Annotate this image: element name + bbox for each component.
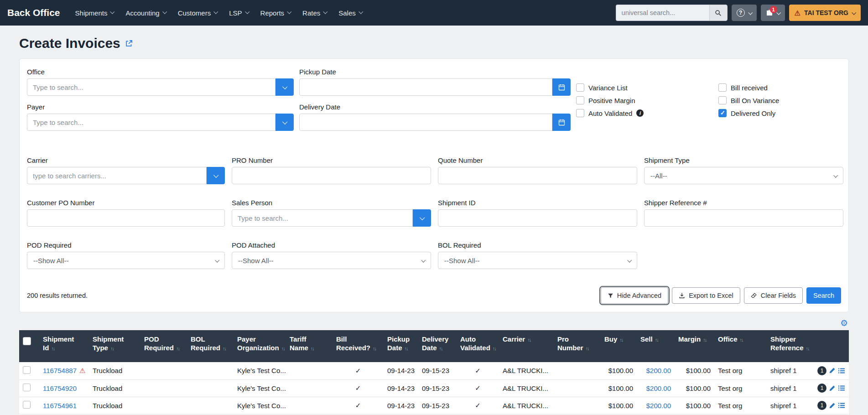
sales-person-input[interactable] <box>232 209 413 227</box>
shipper-reference-input[interactable] <box>644 209 843 227</box>
column-header-auto[interactable]: Auto Validated↑↓ <box>457 330 499 362</box>
nav-item-rates[interactable]: Rates <box>296 0 333 26</box>
column-header-bol[interactable]: BOL Required↑↓ <box>187 330 234 362</box>
payer-dropdown-button[interactable] <box>275 114 294 131</box>
select-all-checkbox[interactable] <box>23 337 31 345</box>
pickup-date-calendar-button[interactable] <box>552 78 571 96</box>
sort-icon[interactable]: ↑↓ <box>655 337 658 342</box>
edit-icon[interactable] <box>829 385 836 392</box>
column-header-carrier[interactable]: Carrier↑↓ <box>499 330 554 362</box>
shipment-count-badge[interactable]: 1 <box>817 401 826 410</box>
clear-fields-button[interactable]: Clear Fields <box>744 287 803 304</box>
edit-icon[interactable] <box>829 367 836 374</box>
nav-item-reports[interactable]: Reports <box>255 0 297 26</box>
row-checkbox[interactable] <box>23 384 31 391</box>
search-submit-button[interactable]: Search <box>806 287 841 304</box>
pickup-date-input[interactable] <box>299 78 552 96</box>
hide-advanced-button[interactable]: Hide Advanced <box>601 287 669 304</box>
checkbox-positive-margin[interactable]: Positive Margin <box>576 96 713 104</box>
sell-amount-link[interactable]: $200.00 <box>646 367 671 374</box>
column-header-id[interactable]: Shipment Id↑↓ <box>39 330 89 362</box>
sort-icon[interactable]: ↑↓ <box>806 346 809 351</box>
column-header-del[interactable]: Delivery Date↑↓ <box>418 330 457 362</box>
sort-icon[interactable]: ↑↓ <box>740 337 743 342</box>
nav-item-shipments[interactable]: Shipments <box>69 0 120 26</box>
details-icon[interactable] <box>838 367 845 374</box>
help-menu-button[interactable]: ? <box>732 5 757 21</box>
payer-input[interactable] <box>27 114 275 131</box>
column-header-ref[interactable]: Shipper Reference↑↓ <box>767 330 814 362</box>
shipment-id-link[interactable]: 116754887 <box>43 367 77 374</box>
edit-icon[interactable] <box>829 402 836 409</box>
pro-number-input[interactable] <box>232 167 431 184</box>
quote-number-input[interactable] <box>438 167 637 184</box>
sort-icon[interactable]: ↑↓ <box>703 337 706 342</box>
bol-required-select[interactable]: --Show All-- <box>438 252 637 269</box>
office-input[interactable] <box>27 78 275 96</box>
column-header-payer[interactable]: Payer Organization↑↓ <box>234 330 286 362</box>
column-header-tariff[interactable]: Tariff Name↑↓ <box>286 330 333 362</box>
customer-po-input[interactable] <box>27 209 225 227</box>
shipment-id-link[interactable]: 116754920 <box>43 384 77 392</box>
work-queue-button[interactable]: 1 <box>761 5 785 21</box>
nav-item-accounting[interactable]: Accounting <box>120 0 172 26</box>
office-dropdown-button[interactable] <box>275 78 294 96</box>
pod-attached-select[interactable]: --Show All-- <box>232 252 431 269</box>
sell-amount-link[interactable]: $200.00 <box>646 402 671 410</box>
delivery-date-calendar-button[interactable] <box>552 114 571 131</box>
table-settings-gear-icon[interactable]: ⚙ <box>840 319 848 327</box>
shipment-id-link[interactable]: 116754961 <box>43 402 77 410</box>
details-icon[interactable] <box>838 402 845 409</box>
sell-amount-link[interactable]: $200.00 <box>646 384 671 392</box>
universal-search-input[interactable] <box>616 5 709 21</box>
checkbox-delivered-only[interactable]: Delivered Only <box>718 109 841 117</box>
checkbox-auto-validated[interactable]: Auto Validated i <box>576 109 713 117</box>
column-header-type[interactable]: Shipment Type↑↓ <box>89 330 140 362</box>
column-header-sell[interactable]: Sell↑↓ <box>637 330 675 362</box>
sort-icon[interactable]: ↑↓ <box>586 346 589 351</box>
external-link-icon[interactable] <box>125 40 133 47</box>
nav-item-sales[interactable]: Sales <box>333 0 368 26</box>
app-brand[interactable]: Back Office <box>7 7 60 18</box>
carrier-input[interactable] <box>27 167 207 184</box>
info-icon[interactable]: i <box>636 109 644 117</box>
sort-icon[interactable]: ↑↓ <box>311 346 314 351</box>
universal-search-button[interactable] <box>709 5 728 21</box>
pod-required-select[interactable]: --Show All-- <box>27 252 225 269</box>
row-checkbox[interactable] <box>23 401 31 409</box>
carrier-dropdown-button[interactable] <box>207 167 225 184</box>
sort-icon[interactable]: ↑↓ <box>405 346 408 351</box>
checkbox-bill-on-variance[interactable]: Bill On Variance <box>718 96 841 104</box>
sort-icon[interactable]: ↑↓ <box>51 346 54 351</box>
sort-icon[interactable]: ↑↓ <box>527 337 530 342</box>
sort-icon[interactable]: ↑↓ <box>373 346 376 351</box>
export-excel-button[interactable]: Export to Excel <box>672 287 740 304</box>
column-header-pro[interactable]: Pro Number↑↓ <box>554 330 601 362</box>
row-checkbox[interactable] <box>23 366 31 374</box>
shipment-id-input[interactable] <box>438 209 637 227</box>
shipment-type-select[interactable]: --All-- <box>644 167 843 184</box>
column-header-buy[interactable]: Buy↑↓ <box>601 330 637 362</box>
column-header-bill[interactable]: Bill Received?↑↓ <box>333 330 384 362</box>
sales-person-dropdown-button[interactable] <box>413 209 431 227</box>
nav-item-lsp[interactable]: LSP <box>223 0 254 26</box>
sort-icon[interactable]: ↑↓ <box>223 346 226 351</box>
sort-icon[interactable]: ↑↓ <box>439 346 442 351</box>
column-header-pick[interactable]: Pickup Date↑↓ <box>384 330 418 362</box>
column-header-office[interactable]: Office↑↓ <box>714 330 767 362</box>
nav-item-customers[interactable]: Customers <box>172 0 223 26</box>
sort-icon[interactable]: ↑↓ <box>619 337 623 342</box>
sort-icon[interactable]: ↑↓ <box>176 346 179 351</box>
sort-icon[interactable]: ↑↓ <box>110 346 114 351</box>
shipment-count-badge[interactable]: 1 <box>817 366 826 375</box>
column-header-margin[interactable]: Margin↑↓ <box>675 330 714 362</box>
org-menu-button[interactable]: ⚠ TAI TEST ORG <box>789 5 861 21</box>
sort-icon[interactable]: ↑↓ <box>493 346 496 351</box>
details-icon[interactable] <box>838 384 845 392</box>
checkbox-variance-list[interactable]: Variance List <box>576 83 713 92</box>
shipment-count-badge[interactable]: 1 <box>817 384 826 393</box>
column-header-pod[interactable]: POD Required↑↓ <box>140 330 187 362</box>
delivery-date-input[interactable] <box>299 114 552 131</box>
sort-icon[interactable]: ↑↓ <box>281 346 285 351</box>
checkbox-bill-received[interactable]: Bill received <box>718 83 841 92</box>
